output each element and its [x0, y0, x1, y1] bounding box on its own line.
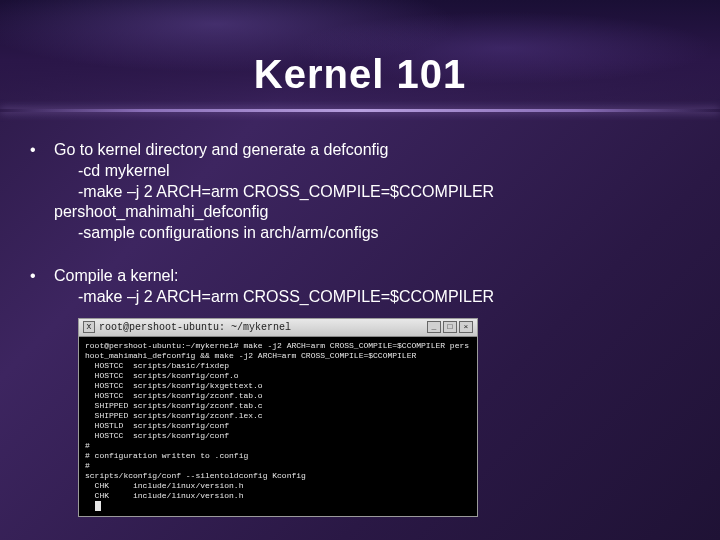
terminal-line: HOSTCC scripts/kconfig/conf.o	[85, 371, 239, 380]
bullet-item: • Go to kernel directory and generate a …	[30, 140, 690, 244]
terminal-line: HOSTCC scripts/kconfig/kxgettext.o	[85, 381, 263, 390]
terminal-line: SHIPPED scripts/kconfig/zconf.lex.c	[85, 411, 263, 420]
terminal-window: X root@pershoot-ubuntu: ~/mykernel _ □ ×…	[78, 318, 478, 517]
bullet-item: • Compile a kernel: -make –j 2 ARCH=arm …	[30, 266, 690, 308]
bullet-sub-text: -make –j 2 ARCH=arm CROSS_COMPILE=$CCOMP…	[54, 182, 690, 203]
window-menu-icon[interactable]: X	[83, 321, 95, 333]
terminal-line: HOSTLD scripts/kconfig/conf	[85, 421, 229, 430]
terminal-line: #	[85, 461, 90, 470]
terminal-line: # configuration written to .config	[85, 451, 248, 460]
terminal-line: HOSTCC scripts/basic/fixdep	[85, 361, 229, 370]
minimize-button[interactable]: _	[427, 321, 441, 333]
terminal-line: HOSTCC scripts/kconfig/zconf.tab.o	[85, 391, 263, 400]
bullet-lead-text: Go to kernel directory and generate a de…	[54, 140, 690, 161]
bullet-marker: •	[30, 266, 54, 308]
bullet-marker: •	[30, 140, 54, 244]
terminal-line: #	[85, 441, 90, 450]
terminal-body[interactable]: root@pershoot-ubuntu:~/mykernel# make -j…	[79, 337, 477, 516]
terminal-line: root@pershoot-ubuntu:~/mykernel# make -j…	[85, 341, 469, 350]
terminal-line: SHIPPED scripts/kconfig/zconf.tab.c	[85, 401, 263, 410]
terminal-line: scripts/kconfig/conf --silentoldconfig K…	[85, 471, 306, 480]
terminal-line: CHK include/linux/version.h	[85, 481, 243, 490]
terminal-line: hoot_mahimahi_defconfig && make -j2 ARCH…	[85, 351, 416, 360]
bullet-sub-text: pershoot_mahimahi_defconfig	[54, 202, 690, 223]
terminal-title-text: root@pershoot-ubuntu: ~/mykernel	[99, 321, 427, 334]
slide-title: Kernel 101	[0, 52, 720, 97]
terminal-cursor	[95, 501, 101, 511]
slide-content: • Go to kernel directory and generate a …	[30, 140, 690, 517]
bullet-lead-text: Compile a kernel:	[54, 266, 690, 287]
bullet-sub-text: -cd mykernel	[54, 161, 690, 182]
close-button[interactable]: ×	[459, 321, 473, 333]
terminal-line: CHK include/linux/version.h	[85, 491, 243, 500]
maximize-button[interactable]: □	[443, 321, 457, 333]
terminal-titlebar: X root@pershoot-ubuntu: ~/mykernel _ □ ×	[79, 319, 477, 337]
terminal-line: HOSTCC scripts/kconfig/conf	[85, 431, 229, 440]
bullet-sub-text: -make –j 2 ARCH=arm CROSS_COMPILE=$CCOMP…	[54, 287, 690, 308]
bullet-sub-text: -sample configurations in arch/arm/confi…	[54, 223, 690, 244]
